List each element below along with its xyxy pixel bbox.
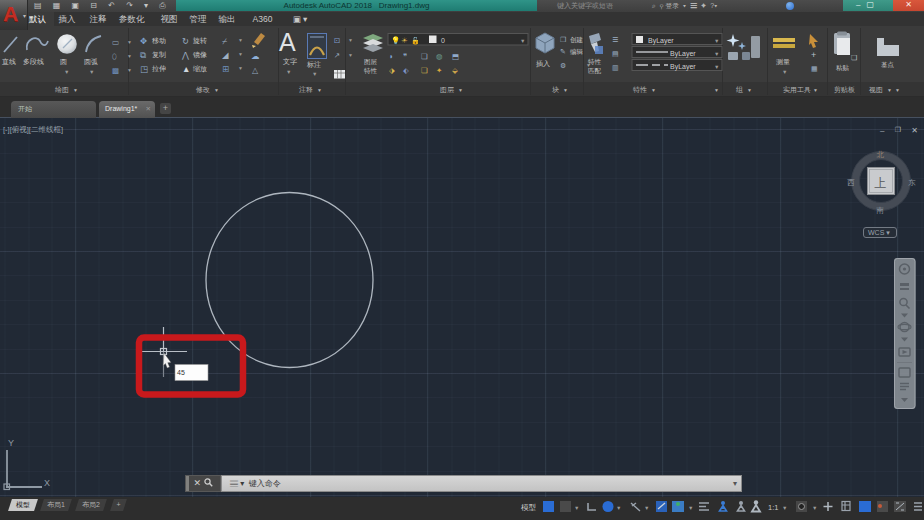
svg-text:特性: 特性 [588, 58, 602, 66]
svg-text:组: 组 [736, 86, 743, 93]
svg-text:▭: ▭ [112, 38, 119, 47]
svg-text:❏: ❏ [421, 66, 428, 75]
svg-text:西: 西 [847, 178, 855, 187]
svg-text:▼: ▼ [238, 65, 243, 71]
svg-text:圆: 圆 [60, 58, 67, 66]
svg-text:▼: ▼ [812, 505, 817, 511]
svg-text:⚙: ⚙ [560, 62, 566, 69]
svg-text:测量: 测量 [776, 58, 790, 66]
svg-text:▼: ▼ [644, 505, 649, 511]
svg-text:匹配: 匹配 [588, 67, 602, 75]
svg-text:▼: ▼ [312, 71, 317, 77]
svg-text:⬯: ⬯ [112, 52, 117, 61]
svg-text:⊞: ⊞ [222, 64, 229, 74]
svg-text:镜像: 镜像 [192, 51, 207, 59]
svg-text:✎: ✎ [560, 48, 566, 55]
svg-text:❏: ❏ [851, 54, 857, 61]
svg-text:▼: ▼ [127, 53, 132, 59]
svg-text:东: 东 [908, 178, 916, 187]
svg-text:✦: ✦ [436, 66, 442, 75]
svg-text:▼: ▼ [651, 87, 656, 93]
svg-text:▼: ▼ [574, 505, 579, 511]
svg-text:▼: ▼ [238, 37, 243, 43]
svg-text:❐: ❐ [560, 36, 566, 43]
svg-text:▼: ▼ [714, 87, 719, 93]
svg-text:▼: ▼ [348, 52, 353, 58]
svg-text:▼: ▼ [348, 37, 353, 43]
svg-text:缩放: 缩放 [193, 65, 207, 73]
svg-text:✥: ✥ [140, 36, 147, 46]
svg-text:直线: 直线 [2, 58, 16, 65]
svg-text:▼: ▼ [747, 87, 752, 93]
svg-text:拉伸: 拉伸 [152, 65, 166, 72]
svg-text:0: 0 [441, 37, 445, 44]
svg-text:❞: ❞ [403, 52, 407, 61]
svg-text:▼: ▼ [782, 505, 787, 511]
svg-text:绘图: 绘图 [55, 86, 69, 94]
svg-text:☀: ☀ [401, 36, 408, 45]
svg-text:北: 北 [877, 150, 885, 159]
svg-text:▼: ▼ [238, 51, 243, 57]
svg-text:▦: ▦ [811, 65, 818, 72]
svg-text:⊡: ⊡ [334, 36, 340, 45]
svg-text:WCS ▾: WCS ▾ [868, 229, 890, 236]
svg-text:▼: ▼ [714, 64, 719, 70]
svg-text:↗: ↗ [334, 51, 340, 60]
svg-text:▼: ▼ [895, 87, 900, 93]
svg-text:粘贴: 粘贴 [836, 64, 850, 72]
svg-text:△: △ [252, 66, 259, 75]
svg-text:⧉: ⧉ [140, 50, 146, 60]
svg-text:⋀: ⋀ [181, 50, 189, 60]
svg-text:复制: 复制 [152, 51, 166, 59]
svg-text:◗: ◗ [389, 52, 394, 61]
svg-text:▤: ▤ [612, 50, 619, 57]
svg-text:45: 45 [177, 369, 185, 376]
svg-text:☰: ☰ [612, 36, 618, 43]
svg-text:⬒: ⬒ [452, 52, 459, 61]
svg-text:Y: Y [8, 438, 14, 448]
svg-text:块: 块 [551, 86, 559, 93]
svg-text:插入: 插入 [536, 60, 550, 68]
svg-text:▼: ▼ [286, 69, 291, 75]
svg-text:基点: 基点 [881, 61, 895, 68]
svg-text:▼: ▼ [89, 69, 94, 75]
svg-text:⬗: ⬗ [389, 66, 395, 75]
svg-text:移动: 移动 [152, 37, 166, 45]
svg-text:特性: 特性 [633, 86, 647, 94]
svg-text:A: A [279, 28, 296, 56]
svg-text:模型: 模型 [521, 503, 537, 512]
svg-text:南: 南 [876, 206, 885, 215]
svg-text:上: 上 [875, 176, 887, 190]
svg-text:视图: 视图 [869, 86, 883, 94]
svg-text:1:1: 1:1 [768, 503, 778, 512]
svg-text:实用工具: 实用工具 [783, 86, 811, 94]
svg-text:ByLayer: ByLayer [648, 37, 674, 45]
svg-text:◍: ◍ [436, 52, 443, 61]
svg-text:多段线: 多段线 [23, 58, 44, 65]
svg-text:▼: ▼ [127, 39, 132, 45]
svg-text:▼: ▼ [73, 87, 78, 93]
svg-text:特性: 特性 [364, 67, 378, 75]
svg-text:▼: ▼ [616, 505, 621, 511]
svg-text:▼: ▼ [127, 67, 132, 73]
svg-text:ByLayer: ByLayer [670, 50, 696, 58]
svg-text:⬖: ⬖ [403, 66, 409, 75]
svg-text:X: X [44, 478, 50, 488]
svg-text:标注: 标注 [306, 60, 321, 69]
svg-text:ByLayer: ByLayer [670, 63, 696, 71]
svg-text:⌿: ⌿ [222, 36, 227, 46]
svg-text:◢: ◢ [222, 50, 229, 60]
svg-text:旋转: 旋转 [193, 37, 207, 45]
svg-text:▥: ▥ [612, 64, 619, 71]
svg-text:▼: ▼ [458, 87, 463, 93]
svg-text:▼: ▼ [813, 87, 818, 93]
svg-text:创建: 创建 [570, 36, 584, 44]
svg-text:▼: ▼ [520, 38, 525, 44]
svg-text:◳: ◳ [140, 64, 148, 74]
svg-text:▲: ▲ [182, 64, 190, 74]
svg-text:▼: ▼ [688, 505, 693, 511]
svg-text:+: + [811, 50, 816, 60]
svg-text:编辑: 编辑 [570, 48, 584, 55]
svg-text:图层: 图层 [440, 86, 454, 94]
svg-text:剪贴板: 剪贴板 [834, 86, 855, 94]
